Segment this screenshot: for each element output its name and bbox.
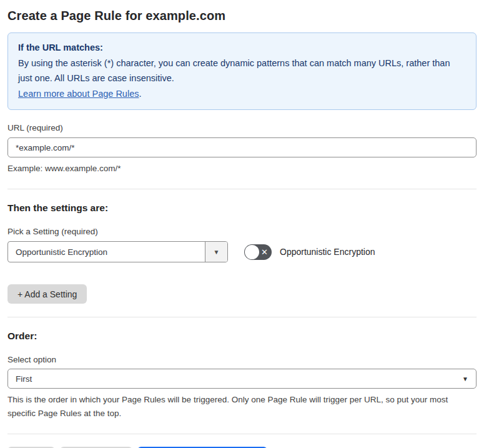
opportunistic-encryption-toggle-wrap: ✕ Opportunistic Encryption [244,244,375,260]
info-box-link-line: Learn more about Page Rules. [18,86,466,102]
divider [7,189,477,189]
opportunistic-encryption-toggle[interactable]: ✕ [244,244,272,260]
url-input[interactable] [7,137,477,157]
page-title: Create a Page Rule for example.com [7,9,477,23]
url-helper-text: Example: www.example.com/* [7,162,477,176]
order-select[interactable]: First ▼ [7,369,477,389]
order-select-label: Select option [7,355,477,364]
chevron-down-icon: ▼ [462,376,468,382]
setting-picker-label: Pick a Setting (required) [7,227,477,236]
learn-more-link[interactable]: Learn more about Page Rules [18,89,139,99]
info-box-body: By using the asterisk (*) character, you… [18,56,466,86]
setting-picker-dropdown[interactable]: Opportunistic Encryption ▼ [7,241,228,262]
order-helper-text: This is the order in which your Page Rul… [7,393,477,421]
toggle-off-x-icon: ✕ [261,244,268,260]
chevron-down-icon: ▼ [214,249,220,256]
toggle-label: Opportunistic Encryption [280,247,375,257]
url-match-info-box: If the URL matches: By using the asteris… [7,32,477,110]
setting-row: Opportunistic Encryption ▼ ✕ Opportunist… [7,241,477,262]
settings-section-heading: Then the settings are: [7,202,477,214]
order-section-heading: Order: [7,331,477,342]
order-select-value: First [16,374,32,384]
add-setting-button[interactable]: + Add a Setting [7,284,87,304]
info-box-heading: If the URL matches: [18,40,466,56]
toggle-knob [245,245,259,259]
url-field-label: URL (required) [7,123,477,132]
setting-picker-arrow-button[interactable]: ▼ [205,242,227,262]
link-suffix: . [139,89,141,99]
setting-picker-value: Opportunistic Encryption [8,242,205,262]
divider [7,317,477,317]
divider [7,434,477,434]
